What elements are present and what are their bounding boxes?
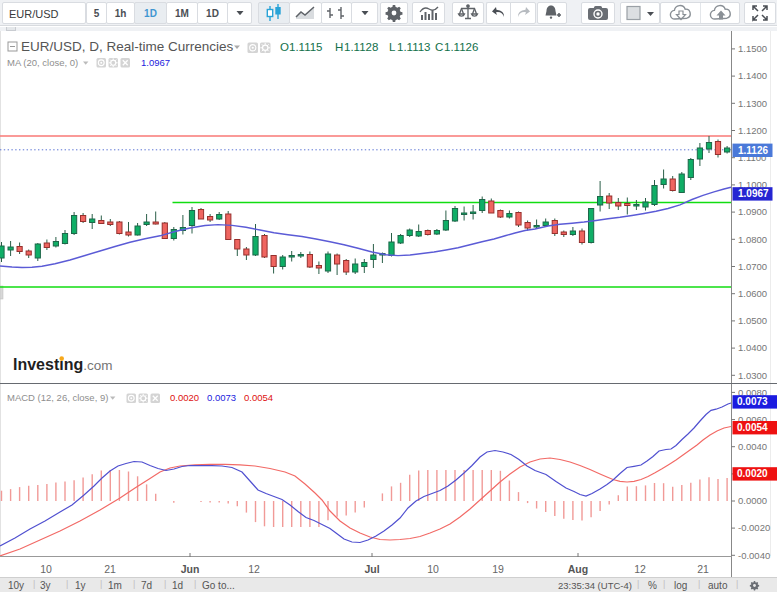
svg-text:1.0400: 1.0400 [738,342,767,353]
svg-text:Jun: Jun [181,563,200,575]
svg-text:12: 12 [248,563,260,575]
svg-text:21: 21 [697,563,709,575]
svg-text:19: 19 [492,563,504,575]
svg-text:1.0900: 1.0900 [738,206,767,217]
svg-text:0.0000: 0.0000 [738,495,767,506]
svg-text:MACD (12, 26, close, 9): MACD (12, 26, close, 9) [7,392,108,403]
svg-text:1.1300: 1.1300 [738,98,767,109]
svg-text:1.1126: 1.1126 [738,145,768,156]
svg-text:Aug: Aug [568,563,588,575]
svg-text:0.0020: 0.0020 [170,392,199,403]
svg-text:1.0500: 1.0500 [738,315,767,326]
svg-text:10: 10 [40,563,52,575]
svg-text:1.0800: 1.0800 [738,234,767,245]
svg-text:21: 21 [104,563,116,575]
svg-text:Jul: Jul [364,563,379,575]
svg-text:0.0073: 0.0073 [207,392,236,403]
svg-text:0.0054: 0.0054 [737,422,768,433]
svg-text:0.0020: 0.0020 [737,468,768,479]
svg-text:1.1200: 1.1200 [738,125,767,136]
svg-text:1.0967: 1.0967 [141,57,170,68]
svg-text:1.0967: 1.0967 [738,188,769,199]
svg-text:1.1500: 1.1500 [738,43,767,54]
svg-text:0.0040: 0.0040 [738,441,767,452]
svg-text:1.0700: 1.0700 [738,261,767,272]
svg-text:EUR/USD, D, Real-time Currenci: EUR/USD, D, Real-time Currencies [21,39,234,54]
svg-text:1.0300: 1.0300 [738,370,767,381]
svg-text:-0.0040: -0.0040 [738,550,770,561]
svg-text:1.1400: 1.1400 [738,70,767,81]
svg-text:MA (20, close, 0): MA (20, close, 0) [7,57,78,68]
svg-text:0.0054: 0.0054 [244,392,273,403]
svg-text:1.0600: 1.0600 [738,288,767,299]
svg-text:0.0073: 0.0073 [737,396,768,407]
svg-text:12: 12 [634,563,646,575]
svg-text:10: 10 [427,563,439,575]
svg-text:-0.0020: -0.0020 [738,522,770,533]
